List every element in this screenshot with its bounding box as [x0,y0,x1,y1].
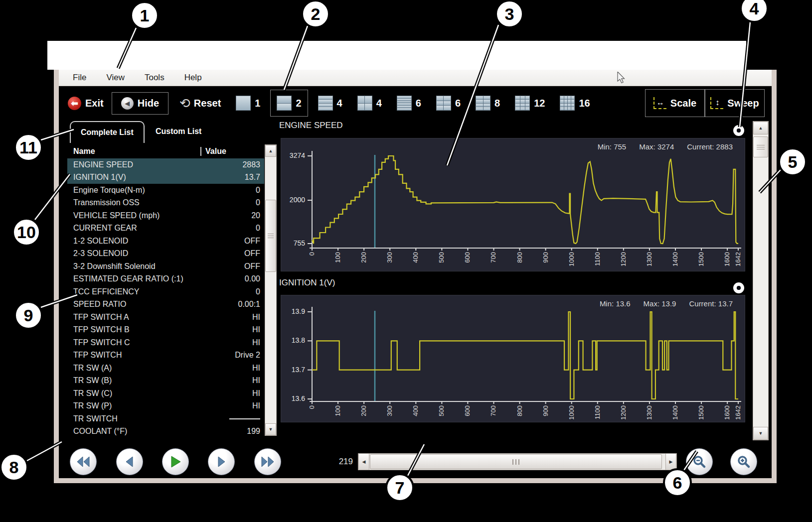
svg-text:3: 3 [505,4,514,23]
graph-layout-button-4x2-2[interactable]: 4 [352,92,387,115]
hide-arrow-icon: ◀ [121,97,134,110]
parameter-list: ENGINE SPEED2883IGNITION 1(V)13.7Engine … [67,158,264,438]
graph-layout-button-6x6-1[interactable]: 6 [392,92,426,115]
table-row[interactable]: 2-3 SOLENOIDOFF [67,248,264,261]
table-row[interactable]: TR SW (B)HI [67,375,264,388]
row-name: TFP SWITCH [73,351,122,360]
charts-vertical-scrollbar[interactable]: ▲ ▼ [753,121,769,440]
timeline-scrollbar-thumb[interactable] [370,454,662,469]
scale-icon: ↔ [653,97,666,109]
menu-help[interactable]: Help [184,73,202,83]
graph-layout-button-8x4-2[interactable]: 8 [471,92,505,115]
table-row[interactable]: TFP SWITCH CHI [67,336,264,349]
table-row[interactable]: TFP SWITCHDrive 2 [67,349,264,362]
graph-layout-button-6x3-2[interactable]: 6 [431,92,466,115]
menu-tools[interactable]: Tools [145,73,164,83]
row-value: 199 [247,427,260,436]
step-forward-button[interactable] [208,448,235,475]
list-header: Name Value [67,144,264,158]
table-row[interactable]: TR SW (A)HI [67,362,264,375]
table-row[interactable]: CURRENT GEAR0 [67,222,264,235]
timeline-scroll-right-button[interactable]: ▶ [665,454,676,470]
sweep-button[interactable]: ↕ Sweep [705,89,765,117]
scale-button[interactable]: ↔ Scale [645,89,705,117]
graph-layout-button-2x2-1[interactable]: 2 [270,90,308,117]
fast-forward-button[interactable] [254,448,281,475]
play-icon [169,455,181,468]
table-row[interactable]: Engine Torque(N-m)0 [67,184,264,197]
row-value: 0 [256,198,260,207]
table-row[interactable]: TR SWITCH [67,412,264,425]
table-row[interactable]: TFP SWITCH BHI [67,324,264,337]
list-scroll-down-button[interactable]: ▼ [265,423,276,435]
row-name: 3-2 Downshift Solenoid [73,262,156,271]
table-row[interactable]: 1-2 SOLENOIDOFF [67,235,264,248]
charts-scroll-up-button[interactable]: ▲ [753,122,768,134]
table-row[interactable]: ENGINE SPEED2883 [67,158,264,171]
row-name: TR SW (A) [73,364,112,373]
list-scrollbar[interactable]: ▲ ▼ [265,144,277,436]
row-value: 13.7 [245,173,260,182]
chart1-min: Min: 755 [598,142,627,151]
list-scroll-up-button[interactable]: ▲ [265,145,276,157]
graph-layout-button-12x4-3[interactable]: 12 [510,92,550,115]
timeline-scroll-left-button[interactable]: ◀ [358,454,369,470]
svg-text:2: 2 [311,4,321,23]
frame-position-value: 219 [323,455,353,469]
hide-button[interactable]: ◀ Hide [112,92,168,115]
table-row[interactable]: SPEED RATIO0.00:1 [67,298,264,311]
table-row[interactable]: TFP SWITCH AHI [67,311,264,324]
zoom-in-button[interactable] [730,448,757,475]
play-button[interactable] [162,448,189,475]
charts-scroll-down-button[interactable]: ▼ [753,427,768,440]
graph-layout-button-4x4-1[interactable]: 4 [313,92,347,115]
menu-file[interactable]: File [73,73,86,83]
graph-layout-button-1x1-1[interactable]: 1 [231,92,265,115]
callout-bubble-11 [15,134,42,161]
chart1-plot-area[interactable]: 3274200075501002003004005006007008009001… [281,138,745,271]
charts-scrollbar-thumb[interactable] [753,136,768,157]
step-forward-icon [215,456,227,468]
reset-button[interactable]: ⟲ Reset [179,98,221,109]
graph-layout-label: 12 [534,98,545,109]
table-row[interactable]: IGNITION 1(V)13.7 [67,171,264,184]
rewind-icon [76,456,91,468]
exit-button[interactable]: ⬅ Exit [68,97,104,110]
timeline-scrollbar[interactable]: ◀ ▶ [358,453,677,470]
callout-bubble-5 [779,148,806,175]
window-title-bar [47,41,746,70]
chart2-plot-area[interactable]: 13.913.813.713.6010020030040050060070080… [281,295,745,422]
zoom-in-icon [737,455,751,469]
table-row[interactable]: Transmission OSS0 [67,197,264,210]
rewind-button[interactable] [70,448,97,475]
svg-text:4: 4 [750,0,759,18]
toolbar: ⬅ Exit ◀ Hide ⟲ Reset 12446681216 ↔ Scal… [59,87,772,120]
grid-icon [397,96,412,111]
chart2-settings-icon[interactable] [733,282,744,293]
list-scrollbar-thumb[interactable] [265,200,276,272]
step-back-icon [124,456,136,468]
tab-custom-list[interactable]: Custom List [148,121,209,142]
svg-text:9: 9 [24,306,33,325]
step-back-button[interactable] [116,448,143,475]
menu-bar: FileViewToolsHelp [59,70,772,86]
graph-layout-label: 1 [255,98,260,109]
table-row[interactable]: ESTIMATED GEAR RATIO (:1)0.00 [67,273,264,286]
menu-view[interactable]: View [106,73,125,83]
exit-label: Exit [85,98,104,109]
table-row[interactable]: 3-2 Downshift SolenoidOFF [67,260,264,273]
graph-layout-button-16x4-4[interactable]: 16 [555,92,595,115]
row-value: HI [252,338,260,347]
table-row[interactable]: COOLANT (°F)199 [67,425,264,438]
graph-layout-label: 2 [296,98,301,109]
zoom-out-button[interactable] [686,448,713,475]
table-row[interactable]: TCC EFFICIENCY0 [67,285,264,298]
tab-complete-list[interactable]: Complete List [70,121,145,143]
table-row[interactable]: TR SW (C)HI [67,387,264,400]
grid-icon [277,96,292,111]
chart1-settings-icon[interactable] [733,125,744,136]
table-row[interactable]: TR SW (P)HI [67,400,264,413]
row-value: 0 [256,287,260,296]
row-name: TFP SWITCH B [73,325,130,334]
table-row[interactable]: VEHICLE SPEED (mph)20 [67,209,264,222]
